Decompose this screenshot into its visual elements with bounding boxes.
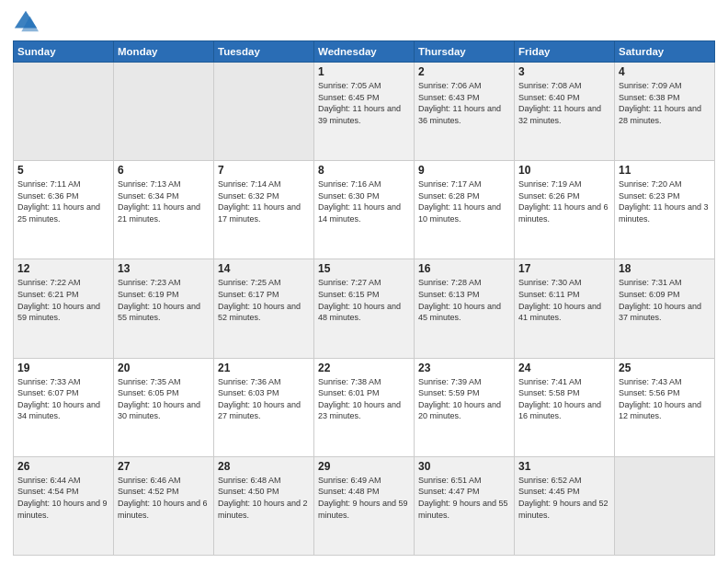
day-number: 12 [17, 262, 109, 275]
day-number: 10 [518, 164, 610, 177]
day-info: Sunrise: 7:05 AMSunset: 6:45 PMDaylight:… [318, 80, 410, 126]
day-info: Sunrise: 7:43 AMSunset: 5:56 PMDaylight:… [619, 376, 711, 422]
calendar-cell: 23Sunrise: 7:39 AMSunset: 5:59 PMDayligh… [415, 358, 515, 456]
calendar-cell: 19Sunrise: 7:33 AMSunset: 6:07 PMDayligh… [14, 358, 114, 456]
calendar-cell: 11Sunrise: 7:20 AMSunset: 6:23 PMDayligh… [615, 161, 715, 259]
calendar-week-row: 5Sunrise: 7:11 AMSunset: 6:36 PMDaylight… [14, 161, 715, 259]
day-info: Sunrise: 6:48 AMSunset: 4:50 PMDaylight:… [218, 475, 310, 521]
day-number: 6 [118, 164, 210, 177]
calendar-cell: 10Sunrise: 7:19 AMSunset: 6:26 PMDayligh… [515, 161, 615, 259]
logo-icon [13, 9, 39, 35]
day-number: 29 [318, 460, 410, 473]
calendar-cell [615, 456, 715, 555]
day-info: Sunrise: 7:23 AMSunset: 6:19 PMDaylight:… [118, 277, 210, 323]
day-number: 5 [17, 164, 109, 177]
day-number: 27 [118, 460, 210, 473]
day-info: Sunrise: 7:33 AMSunset: 6:07 PMDaylight:… [17, 376, 109, 422]
day-info: Sunrise: 7:11 AMSunset: 6:36 PMDaylight:… [17, 178, 109, 224]
day-number: 30 [418, 460, 510, 473]
calendar-cell [114, 63, 214, 161]
day-info: Sunrise: 7:19 AMSunset: 6:26 PMDaylight:… [518, 178, 610, 224]
page: SundayMondayTuesdayWednesdayThursdayFrid… [0, 0, 728, 563]
day-info: Sunrise: 7:31 AMSunset: 6:09 PMDaylight:… [619, 277, 711, 323]
day-info: Sunrise: 7:27 AMSunset: 6:15 PMDaylight:… [318, 277, 410, 323]
calendar-cell [214, 63, 314, 161]
day-info: Sunrise: 6:49 AMSunset: 4:48 PMDaylight:… [318, 475, 410, 521]
weekday-header-monday: Monday [114, 41, 214, 63]
day-number: 2 [418, 65, 510, 78]
weekday-header-sunday: Sunday [14, 41, 114, 63]
weekday-header-row: SundayMondayTuesdayWednesdayThursdayFrid… [14, 41, 715, 63]
calendar-cell: 27Sunrise: 6:46 AMSunset: 4:52 PMDayligh… [114, 456, 214, 555]
calendar-table: SundayMondayTuesdayWednesdayThursdayFrid… [13, 40, 715, 556]
day-info: Sunrise: 7:13 AMSunset: 6:34 PMDaylight:… [118, 178, 210, 224]
day-info: Sunrise: 7:38 AMSunset: 6:01 PMDaylight:… [318, 376, 410, 422]
day-info: Sunrise: 7:41 AMSunset: 5:58 PMDaylight:… [518, 376, 610, 422]
calendar-cell: 15Sunrise: 7:27 AMSunset: 6:15 PMDayligh… [314, 259, 415, 358]
day-number: 28 [218, 460, 310, 473]
calendar-week-row: 1Sunrise: 7:05 AMSunset: 6:45 PMDaylight… [14, 63, 715, 161]
day-number: 16 [418, 262, 510, 275]
calendar-cell: 2Sunrise: 7:06 AMSunset: 6:43 PMDaylight… [415, 63, 515, 161]
calendar-cell: 7Sunrise: 7:14 AMSunset: 6:32 PMDaylight… [214, 161, 314, 259]
day-info: Sunrise: 6:46 AMSunset: 4:52 PMDaylight:… [118, 475, 210, 521]
weekday-header-saturday: Saturday [615, 41, 715, 63]
calendar-cell: 9Sunrise: 7:17 AMSunset: 6:28 PMDaylight… [415, 161, 515, 259]
day-number: 18 [619, 262, 711, 275]
day-info: Sunrise: 7:35 AMSunset: 6:05 PMDaylight:… [118, 376, 210, 422]
day-number: 4 [619, 65, 711, 78]
day-info: Sunrise: 6:44 AMSunset: 4:54 PMDaylight:… [17, 475, 109, 521]
calendar-cell: 28Sunrise: 6:48 AMSunset: 4:50 PMDayligh… [214, 456, 314, 555]
calendar-cell: 12Sunrise: 7:22 AMSunset: 6:21 PMDayligh… [14, 259, 114, 358]
calendar-cell: 29Sunrise: 6:49 AMSunset: 4:48 PMDayligh… [314, 456, 415, 555]
calendar-week-row: 12Sunrise: 7:22 AMSunset: 6:21 PMDayligh… [14, 259, 715, 358]
day-info: Sunrise: 7:06 AMSunset: 6:43 PMDaylight:… [418, 80, 510, 126]
day-number: 11 [619, 164, 711, 177]
day-number: 20 [118, 362, 210, 374]
weekday-header-tuesday: Tuesday [214, 41, 314, 63]
day-info: Sunrise: 7:08 AMSunset: 6:40 PMDaylight:… [518, 80, 610, 126]
calendar-cell: 6Sunrise: 7:13 AMSunset: 6:34 PMDaylight… [114, 161, 214, 259]
day-number: 24 [518, 362, 610, 374]
calendar-cell: 22Sunrise: 7:38 AMSunset: 6:01 PMDayligh… [314, 358, 415, 456]
calendar-cell: 1Sunrise: 7:05 AMSunset: 6:45 PMDaylight… [314, 63, 415, 161]
calendar-cell: 17Sunrise: 7:30 AMSunset: 6:11 PMDayligh… [515, 259, 615, 358]
day-info: Sunrise: 6:52 AMSunset: 4:45 PMDaylight:… [518, 475, 610, 521]
day-info: Sunrise: 7:25 AMSunset: 6:17 PMDaylight:… [218, 277, 310, 323]
day-number: 9 [418, 164, 510, 177]
calendar-cell: 4Sunrise: 7:09 AMSunset: 6:38 PMDaylight… [615, 63, 715, 161]
day-number: 7 [218, 164, 310, 177]
calendar-cell: 30Sunrise: 6:51 AMSunset: 4:47 PMDayligh… [415, 456, 515, 555]
day-number: 17 [518, 262, 610, 275]
calendar-cell: 18Sunrise: 7:31 AMSunset: 6:09 PMDayligh… [615, 259, 715, 358]
day-info: Sunrise: 7:28 AMSunset: 6:13 PMDaylight:… [418, 277, 510, 323]
day-number: 8 [318, 164, 410, 177]
calendar-cell: 5Sunrise: 7:11 AMSunset: 6:36 PMDaylight… [14, 161, 114, 259]
day-info: Sunrise: 7:16 AMSunset: 6:30 PMDaylight:… [318, 178, 410, 224]
calendar-cell: 26Sunrise: 6:44 AMSunset: 4:54 PMDayligh… [14, 456, 114, 555]
day-number: 25 [619, 362, 711, 374]
calendar-cell: 25Sunrise: 7:43 AMSunset: 5:56 PMDayligh… [615, 358, 715, 456]
day-info: Sunrise: 7:09 AMSunset: 6:38 PMDaylight:… [619, 80, 711, 126]
calendar-cell [14, 63, 114, 161]
day-number: 14 [218, 262, 310, 275]
weekday-header-thursday: Thursday [415, 41, 515, 63]
calendar-cell: 3Sunrise: 7:08 AMSunset: 6:40 PMDaylight… [515, 63, 615, 161]
day-number: 26 [17, 460, 109, 473]
day-number: 22 [318, 362, 410, 374]
day-info: Sunrise: 7:30 AMSunset: 6:11 PMDaylight:… [518, 277, 610, 323]
calendar-cell: 21Sunrise: 7:36 AMSunset: 6:03 PMDayligh… [214, 358, 314, 456]
calendar-cell: 31Sunrise: 6:52 AMSunset: 4:45 PMDayligh… [515, 456, 615, 555]
day-number: 21 [218, 362, 310, 374]
calendar-cell: 16Sunrise: 7:28 AMSunset: 6:13 PMDayligh… [415, 259, 515, 358]
weekday-header-wednesday: Wednesday [314, 41, 415, 63]
logo [13, 9, 42, 35]
day-number: 3 [518, 65, 610, 78]
calendar-week-row: 26Sunrise: 6:44 AMSunset: 4:54 PMDayligh… [14, 456, 715, 555]
day-number: 31 [518, 460, 610, 473]
day-info: Sunrise: 7:20 AMSunset: 6:23 PMDaylight:… [619, 178, 711, 224]
day-info: Sunrise: 7:22 AMSunset: 6:21 PMDaylight:… [17, 277, 109, 323]
calendar-cell: 14Sunrise: 7:25 AMSunset: 6:17 PMDayligh… [214, 259, 314, 358]
day-info: Sunrise: 7:17 AMSunset: 6:28 PMDaylight:… [418, 178, 510, 224]
day-number: 23 [418, 362, 510, 374]
